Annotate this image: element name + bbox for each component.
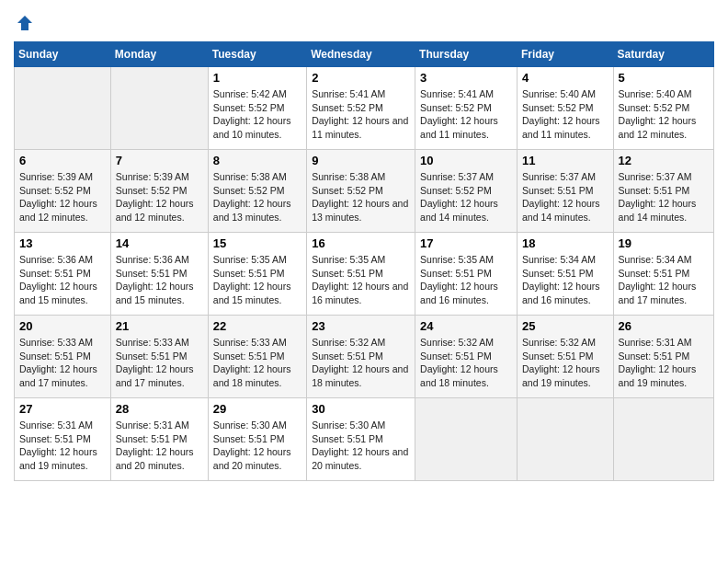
calendar-day-cell: 27Sunrise: 5:31 AMSunset: 5:51 PMDayligh…: [15, 398, 111, 481]
calendar-day-cell: 22Sunrise: 5:33 AMSunset: 5:51 PMDayligh…: [208, 316, 306, 398]
sunset-text: Sunset: 5:51 PM: [619, 267, 709, 281]
calendar-day-cell: 29Sunrise: 5:30 AMSunset: 5:51 PMDayligh…: [208, 398, 306, 481]
sunset-text: Sunset: 5:51 PM: [420, 267, 512, 281]
sunrise-text: Sunrise: 5:36 AM: [19, 253, 106, 267]
sunrise-text: Sunrise: 5:40 AM: [619, 87, 709, 101]
daylight-text: Daylight: 12 hours and 15 minutes.: [213, 280, 301, 306]
calendar-day-cell: 6Sunrise: 5:39 AMSunset: 5:52 PMDaylight…: [15, 150, 111, 233]
calendar-day-cell: [415, 398, 518, 481]
sunset-text: Sunset: 5:51 PM: [522, 267, 609, 281]
sunset-text: Sunset: 5:52 PM: [420, 184, 512, 198]
sunrise-text: Sunrise: 5:34 AM: [619, 253, 709, 267]
calendar-day-cell: [110, 67, 208, 150]
calendar-day-cell: 5Sunrise: 5:40 AMSunset: 5:52 PMDaylight…: [613, 67, 713, 150]
daylight-text: Daylight: 12 hours and 17 minutes.: [19, 362, 106, 389]
day-number: 8: [213, 154, 301, 167]
calendar-day-cell: 7Sunrise: 5:39 AMSunset: 5:52 PMDaylight…: [110, 150, 208, 233]
calendar-day-cell: 1Sunrise: 5:42 AMSunset: 5:52 PMDaylight…: [208, 67, 306, 150]
daylight-text: Daylight: 12 hours and 19 minutes.: [19, 445, 106, 472]
sunrise-text: Sunrise: 5:36 AM: [116, 253, 203, 267]
calendar-week-row: 27Sunrise: 5:31 AMSunset: 5:51 PMDayligh…: [15, 398, 714, 481]
sunset-text: Sunset: 5:51 PM: [522, 184, 609, 198]
daylight-text: Daylight: 12 hours and 17 minutes.: [116, 362, 203, 389]
sunset-text: Sunset: 5:51 PM: [420, 350, 512, 363]
sunset-text: Sunset: 5:51 PM: [213, 432, 301, 446]
sunrise-text: Sunrise: 5:35 AM: [420, 253, 512, 267]
day-number: 12: [619, 154, 709, 167]
day-number: 11: [522, 154, 609, 167]
calendar-day-cell: 11Sunrise: 5:37 AMSunset: 5:51 PMDayligh…: [517, 150, 613, 233]
daylight-text: Daylight: 12 hours and 11 minutes.: [522, 114, 609, 141]
day-number: 20: [19, 319, 106, 333]
calendar-week-row: 1Sunrise: 5:42 AMSunset: 5:52 PMDaylight…: [15, 67, 714, 150]
sunset-text: Sunset: 5:51 PM: [312, 350, 410, 363]
sunrise-text: Sunrise: 5:30 AM: [312, 419, 410, 432]
day-info: Sunrise: 5:32 AMSunset: 5:51 PMDaylight:…: [312, 336, 410, 390]
calendar-day-cell: 28Sunrise: 5:31 AMSunset: 5:51 PMDayligh…: [110, 398, 208, 481]
day-number: 21: [116, 319, 203, 333]
daylight-text: Daylight: 12 hours and 20 minutes.: [312, 445, 410, 472]
sunrise-text: Sunrise: 5:31 AM: [619, 336, 709, 350]
page-header: [14, 14, 714, 32]
sunset-text: Sunset: 5:51 PM: [19, 350, 106, 363]
day-number: 4: [522, 71, 609, 85]
weekday-header: Thursday: [415, 42, 518, 67]
day-number: 10: [420, 154, 512, 167]
sunset-text: Sunset: 5:51 PM: [213, 267, 301, 281]
day-number: 15: [213, 236, 301, 250]
sunrise-text: Sunrise: 5:33 AM: [213, 336, 301, 350]
daylight-text: Daylight: 12 hours and 14 minutes.: [522, 197, 609, 224]
weekday-header: Tuesday: [208, 42, 306, 67]
sunrise-text: Sunrise: 5:42 AM: [213, 87, 301, 101]
daylight-text: Daylight: 12 hours and 11 minutes.: [420, 114, 512, 141]
day-info: Sunrise: 5:33 AMSunset: 5:51 PMDaylight:…: [19, 336, 106, 390]
daylight-text: Daylight: 12 hours and 18 minutes.: [213, 362, 301, 389]
sunrise-text: Sunrise: 5:35 AM: [213, 253, 301, 267]
weekday-header: Sunday: [15, 42, 111, 67]
day-info: Sunrise: 5:32 AMSunset: 5:51 PMDaylight:…: [420, 336, 512, 390]
daylight-text: Daylight: 12 hours and 12 minutes.: [619, 114, 709, 141]
sunrise-text: Sunrise: 5:31 AM: [116, 419, 203, 432]
daylight-text: Daylight: 12 hours and 12 minutes.: [116, 197, 203, 224]
day-info: Sunrise: 5:37 AMSunset: 5:51 PMDaylight:…: [619, 170, 709, 224]
daylight-text: Daylight: 12 hours and 16 minutes.: [420, 280, 512, 306]
daylight-text: Daylight: 12 hours and 16 minutes.: [522, 280, 609, 306]
logo-icon: [16, 14, 34, 32]
day-number: 9: [312, 154, 410, 167]
sunrise-text: Sunrise: 5:32 AM: [522, 336, 609, 350]
sunrise-text: Sunrise: 5:38 AM: [213, 170, 301, 184]
day-number: 17: [420, 236, 512, 250]
sunrise-text: Sunrise: 5:35 AM: [312, 253, 410, 267]
sunset-text: Sunset: 5:52 PM: [522, 101, 609, 115]
day-number: 5: [619, 71, 709, 85]
day-info: Sunrise: 5:42 AMSunset: 5:52 PMDaylight:…: [213, 87, 301, 142]
daylight-text: Daylight: 12 hours and 14 minutes.: [420, 197, 512, 224]
daylight-text: Daylight: 12 hours and 10 minutes.: [213, 114, 301, 141]
day-info: Sunrise: 5:37 AMSunset: 5:51 PMDaylight:…: [522, 170, 609, 224]
day-number: 30: [312, 402, 410, 416]
day-info: Sunrise: 5:37 AMSunset: 5:52 PMDaylight:…: [420, 170, 512, 224]
sunrise-text: Sunrise: 5:30 AM: [213, 419, 301, 432]
sunrise-text: Sunrise: 5:33 AM: [116, 336, 203, 350]
sunrise-text: Sunrise: 5:41 AM: [420, 87, 512, 101]
calendar-day-cell: 19Sunrise: 5:34 AMSunset: 5:51 PMDayligh…: [613, 233, 713, 316]
sunset-text: Sunset: 5:52 PM: [116, 184, 203, 198]
day-info: Sunrise: 5:40 AMSunset: 5:52 PMDaylight:…: [522, 87, 609, 142]
sunset-text: Sunset: 5:51 PM: [19, 267, 106, 281]
sunrise-text: Sunrise: 5:37 AM: [420, 170, 512, 184]
daylight-text: Daylight: 12 hours and 16 minutes.: [312, 280, 410, 306]
day-number: 18: [522, 236, 609, 250]
day-info: Sunrise: 5:39 AMSunset: 5:52 PMDaylight:…: [116, 170, 203, 224]
sunset-text: Sunset: 5:52 PM: [312, 101, 410, 115]
calendar-day-cell: 3Sunrise: 5:41 AMSunset: 5:52 PMDaylight…: [415, 67, 518, 150]
calendar-day-cell: [613, 398, 713, 481]
calendar-day-cell: 20Sunrise: 5:33 AMSunset: 5:51 PMDayligh…: [15, 316, 111, 398]
logo: [14, 14, 34, 32]
sunrise-text: Sunrise: 5:31 AM: [19, 419, 106, 432]
daylight-text: Daylight: 12 hours and 17 minutes.: [619, 280, 709, 306]
calendar-day-cell: [15, 67, 111, 150]
daylight-text: Daylight: 12 hours and 15 minutes.: [19, 280, 106, 306]
daylight-text: Daylight: 12 hours and 15 minutes.: [116, 280, 203, 306]
calendar-day-cell: 8Sunrise: 5:38 AMSunset: 5:52 PMDaylight…: [208, 150, 306, 233]
calendar-week-row: 13Sunrise: 5:36 AMSunset: 5:51 PMDayligh…: [15, 233, 714, 316]
